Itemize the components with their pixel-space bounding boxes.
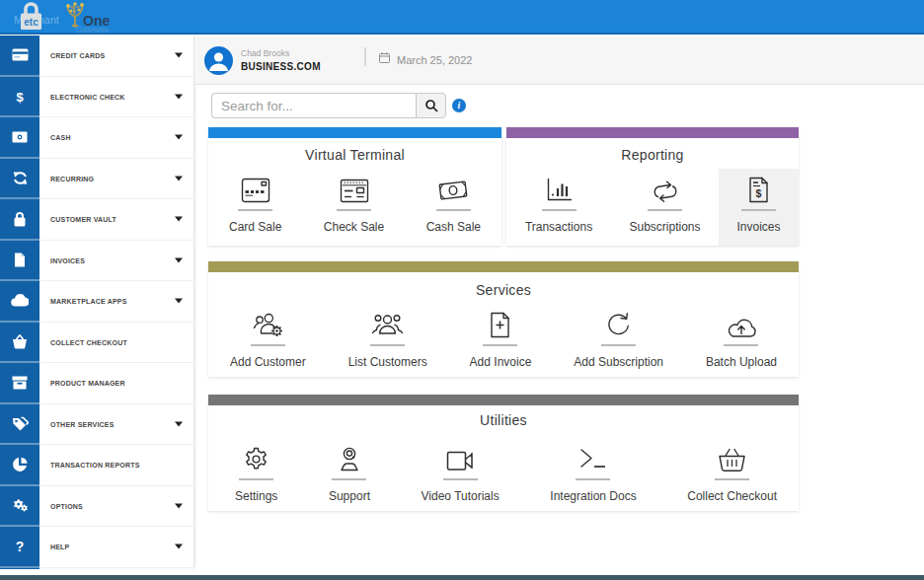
- svg-text:?: ?: [16, 539, 25, 554]
- svg-text:etc: etc: [24, 17, 38, 28]
- svg-text:$: $: [756, 187, 762, 199]
- svg-text:$: $: [16, 89, 24, 104]
